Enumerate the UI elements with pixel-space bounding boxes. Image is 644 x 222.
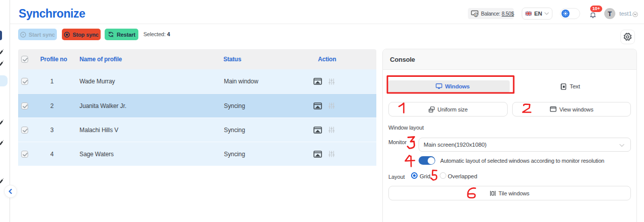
svg-text:$: $ (475, 14, 476, 17)
